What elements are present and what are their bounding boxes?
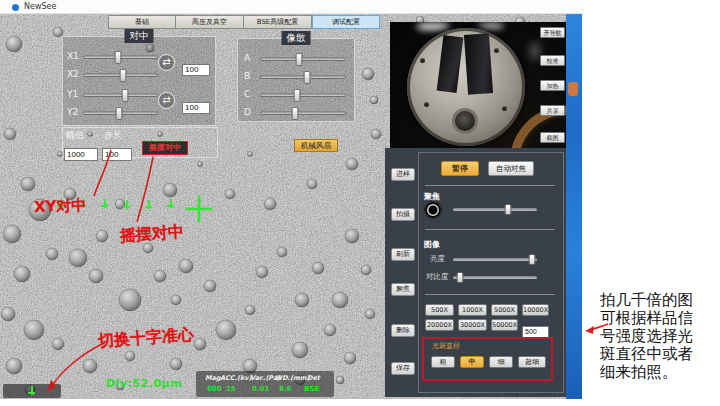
capture-button[interactable]: 拍摄 xyxy=(391,208,415,221)
x-gain-input[interactable] xyxy=(182,64,210,76)
slider-label-y1: Y1 xyxy=(67,89,78,99)
amplitude-label: 幅值 xyxy=(66,129,84,142)
slider-thumb-x1[interactable] xyxy=(115,51,122,64)
slider-track-a[interactable] xyxy=(260,57,346,61)
desktop-icon-fragment xyxy=(568,82,578,96)
centering-panel: 对中 X1 X2 Y1 Y2 ⇄ ⇄ xyxy=(62,36,216,126)
share-button[interactable]: 共享 xyxy=(540,105,565,116)
x-gain-field-wrap xyxy=(182,57,210,69)
screw-hole xyxy=(502,106,507,111)
focus-button[interactable]: 聚焦 xyxy=(391,283,415,296)
mag-50000x-button[interactable]: 50000X xyxy=(491,319,518,331)
mag-5000x-button[interactable]: 5000X xyxy=(491,304,518,316)
snapshot-button[interactable]: 截图 xyxy=(540,132,565,143)
annotation-xy-centering: XY对中 xyxy=(34,196,87,217)
step-field-wrap xyxy=(102,142,132,155)
open-navigation-button[interactable]: 开导航 xyxy=(540,27,565,38)
slider-thumb-d[interactable] xyxy=(292,107,299,120)
magnification-input[interactable] xyxy=(522,326,549,338)
y-gain-input[interactable] xyxy=(182,102,210,114)
screenshot-root: NewSee xyxy=(0,0,720,406)
mag-1000x-button[interactable]: 1000X xyxy=(458,304,487,316)
tab-bse-advanced[interactable]: BSE高级配置 xyxy=(244,15,312,29)
x-swap-icon[interactable]: ⇄ xyxy=(158,54,175,71)
reflection-highlight xyxy=(416,22,450,31)
heat-button[interactable]: 加热 xyxy=(540,80,565,91)
slider-track-d[interactable] xyxy=(260,111,346,115)
status-label-det: Det xyxy=(307,374,320,382)
pause-button[interactable]: 暂停 xyxy=(441,161,479,176)
tab-basic[interactable]: 基础 xyxy=(108,15,176,29)
autofocus-button[interactable]: 自动对焦 xyxy=(488,161,534,176)
tab-hv-vacuum[interactable]: 高压及真空 xyxy=(176,15,244,29)
calibrate-button[interactable]: 校准 xyxy=(540,55,565,66)
crosshair-toggle-widget[interactable] xyxy=(3,384,61,398)
refresh-button[interactable]: 刷新 xyxy=(391,248,415,261)
spot-medium-button[interactable]: 中 xyxy=(460,356,484,368)
reflection-highlight xyxy=(478,22,504,30)
save-button[interactable]: 保存 xyxy=(391,362,415,375)
slider-row-d: D xyxy=(244,107,350,119)
slider-track-b[interactable] xyxy=(260,75,346,79)
slider-label-x2: X2 xyxy=(67,69,79,79)
stage-center-hole xyxy=(452,108,478,134)
status-value-wd: 8.6 xyxy=(279,385,291,393)
margin-note-line: 可根据样品信 xyxy=(600,309,718,327)
slider-row-c: C xyxy=(244,89,350,101)
control-panel: 进样 拍摄 刷新 聚焦 删除 保存 暂停 自动对焦 聚焦 图像 亮度 对比度 5… xyxy=(385,148,566,397)
slider-thumb-y2[interactable] xyxy=(116,107,123,120)
slider-thumb-x2[interactable] xyxy=(119,69,126,82)
status-value-mag: 600 xyxy=(207,385,222,393)
mechanical-fan-button[interactable]: 机械风扇 xyxy=(294,139,338,152)
divider xyxy=(425,294,555,295)
slider-thumb-a[interactable] xyxy=(295,53,302,66)
annotation-wobble-centering: 摇摆对中 xyxy=(119,222,184,247)
amplitude-input[interactable] xyxy=(64,148,98,161)
status-label-wd: WD.(mm) xyxy=(275,374,310,382)
slider-track-x2[interactable] xyxy=(83,73,158,77)
brightness-slider-track[interactable] xyxy=(453,258,537,261)
mag-30000x-button[interactable]: 30000X xyxy=(458,319,487,331)
step-input[interactable] xyxy=(102,148,132,161)
contrast-slider-thumb[interactable] xyxy=(456,272,463,283)
slider-track-y2[interactable] xyxy=(83,111,158,115)
tab-debug-config[interactable]: 调试配置 xyxy=(312,15,380,29)
slider-row-a: A xyxy=(244,53,350,65)
screw-hole xyxy=(420,58,425,63)
slider-track-x1[interactable] xyxy=(83,55,158,59)
contrast-label: 对比度 xyxy=(426,272,449,282)
focus-slider-thumb[interactable] xyxy=(505,204,512,215)
wobble-centering-button[interactable]: 摇摆对中 xyxy=(142,141,188,155)
scale-tick xyxy=(122,200,131,209)
y-swap-icon[interactable]: ⇄ xyxy=(158,92,175,109)
window-titlebar: NewSee xyxy=(0,0,584,14)
slider-thumb-b[interactable] xyxy=(304,71,311,84)
mag-500x-button[interactable]: 500X xyxy=(425,304,454,316)
spot-fine-button[interactable]: 细 xyxy=(489,356,513,368)
div-readout: Div:52.0μm xyxy=(106,377,182,390)
crosshair-marker xyxy=(186,196,212,222)
contrast-slider-track[interactable] xyxy=(453,276,537,279)
spot-coarse-button[interactable]: 粗 xyxy=(431,356,455,368)
delete-button[interactable]: 删除 xyxy=(391,324,415,337)
slider-track-c[interactable] xyxy=(260,93,346,97)
brightness-slider-thumb[interactable] xyxy=(528,254,535,265)
mag-20000x-button[interactable]: 20000X xyxy=(425,319,454,331)
spot-ultrafine-button[interactable]: 超细 xyxy=(518,356,546,368)
slider-thumb-c[interactable] xyxy=(294,89,301,102)
reflection-highlight xyxy=(530,42,540,60)
focus-reticle-icon xyxy=(425,202,441,218)
scale-tick xyxy=(144,200,153,209)
y-gain-field-wrap xyxy=(182,95,210,107)
scale-tick xyxy=(166,199,175,208)
sample-clamp xyxy=(464,33,493,95)
load-sample-button[interactable]: 进样 xyxy=(391,168,415,181)
mag-10000x-button[interactable]: 10000X xyxy=(522,304,549,316)
astigmatism-panel: 像散 A B C D xyxy=(237,38,355,122)
desktop-edge-strip xyxy=(566,14,582,399)
slider-track-y1[interactable] xyxy=(83,93,158,97)
spot-size-highlight-box: 光斑直径 粗 中 细 超细 xyxy=(422,337,553,381)
amplitude-field-wrap xyxy=(64,142,98,155)
slider-thumb-y1[interactable] xyxy=(121,89,128,102)
focus-slider-track[interactable] xyxy=(453,208,537,211)
